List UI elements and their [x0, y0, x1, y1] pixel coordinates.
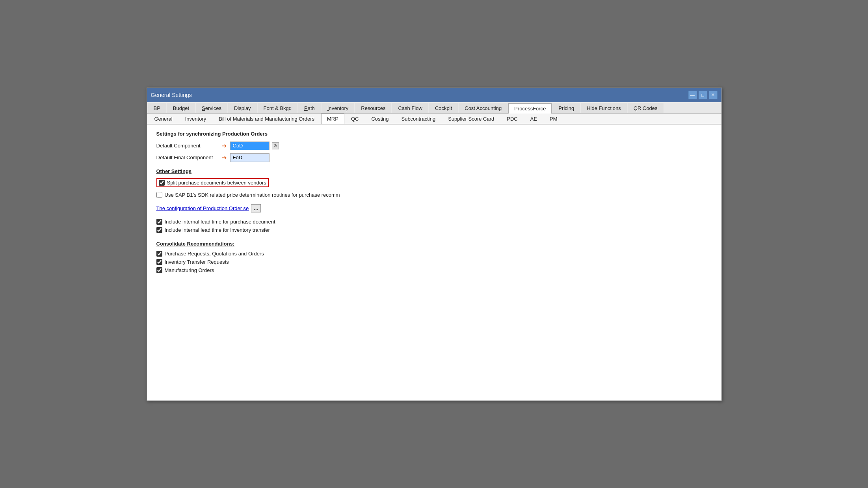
- clear-button-1[interactable]: ⊗: [272, 142, 279, 149]
- subtab-supplier-score-card[interactable]: Supplier Score Card: [442, 114, 500, 124]
- split-purchase-label: Split purchase documents between vendors: [167, 180, 266, 186]
- maximize-button[interactable]: □: [699, 91, 707, 99]
- default-final-component-row: Default Final Component ➔: [156, 153, 712, 162]
- subtab-qc[interactable]: QC: [345, 114, 365, 124]
- purchase-requests-checkbox[interactable]: [156, 251, 162, 257]
- minimize-button[interactable]: —: [688, 91, 697, 99]
- subtab-general[interactable]: General: [149, 114, 178, 124]
- lead-time-purchase-row: Include internal lead time for purchase …: [156, 219, 712, 225]
- config-link-row: The configuration of Production Order se…: [156, 204, 712, 212]
- manufacturing-orders-checkbox[interactable]: [156, 267, 162, 273]
- lead-time-purchase-checkbox[interactable]: [156, 219, 162, 225]
- subtab-bom[interactable]: Bill of Materials and Manufacturing Orde…: [213, 114, 320, 124]
- subtab-pdc[interactable]: PDC: [501, 114, 523, 124]
- lead-time-inventory-checkbox[interactable]: [156, 227, 162, 233]
- title-bar: General Settings — □ ✕: [147, 88, 721, 102]
- manufacturing-orders-row: Manufacturing Orders: [156, 267, 712, 273]
- inventory-transfer-label: Inventory Transfer Requests: [165, 259, 229, 265]
- use-sap-sdk-row: Use SAP B1's SDK related price determina…: [156, 192, 712, 198]
- close-button[interactable]: ✕: [709, 91, 717, 99]
- consolidate-label: Consolidate Recommendations:: [156, 241, 712, 247]
- config-link[interactable]: The configuration of Production Order se: [156, 205, 249, 211]
- tab-cockpit[interactable]: Cockpit: [429, 103, 458, 113]
- tab-display[interactable]: Display: [228, 103, 257, 113]
- use-sap-sdk-checkbox[interactable]: [156, 192, 162, 198]
- purchase-requests-label: Purchase Requests, Quotations and Orders: [165, 251, 264, 257]
- manufacturing-orders-label: Manufacturing Orders: [165, 267, 214, 273]
- tab-resources[interactable]: Resources: [355, 103, 391, 113]
- arrow-icon-1: ➔: [222, 142, 227, 149]
- tab-services[interactable]: Services: [196, 103, 227, 113]
- top-tab-bar: BP Budget Services Display Font & Bkgd P…: [147, 102, 721, 114]
- lead-time-inventory-row: Include internal lead time for inventory…: [156, 227, 712, 233]
- default-final-component-input[interactable]: [230, 153, 270, 162]
- sync-header: Settings for synchronizing Production Or…: [156, 131, 712, 137]
- split-purchase-checkbox[interactable]: [159, 180, 165, 186]
- tab-cash-flow[interactable]: Cash Flow: [392, 103, 428, 113]
- purchase-requests-row: Purchase Requests, Quotations and Orders: [156, 251, 712, 257]
- arrow-icon-2: ➔: [222, 154, 227, 161]
- tab-qr-codes[interactable]: QR Codes: [628, 103, 664, 113]
- inventory-transfer-checkbox[interactable]: [156, 259, 162, 265]
- inventory-transfer-row: Inventory Transfer Requests: [156, 259, 712, 265]
- main-content: Settings for synchronizing Production Or…: [147, 125, 721, 400]
- main-window: General Settings — □ ✕ BP Budget Service…: [147, 88, 722, 401]
- use-sap-sdk-label: Use SAP B1's SDK related price determina…: [165, 192, 340, 198]
- default-final-component-label: Default Final Component: [156, 155, 219, 160]
- default-component-input[interactable]: [230, 142, 270, 150]
- tab-bp[interactable]: BP: [148, 103, 166, 113]
- subtab-ae[interactable]: AE: [524, 114, 543, 124]
- subtab-inventory[interactable]: Inventory: [179, 114, 212, 124]
- window-controls: — □ ✕: [688, 91, 717, 99]
- tab-pricing[interactable]: Pricing: [552, 103, 580, 113]
- tab-cost-accounting[interactable]: Cost Accounting: [459, 103, 507, 113]
- tab-path[interactable]: Path: [298, 103, 321, 113]
- other-settings-label: Other Settings: [156, 168, 712, 174]
- tab-processforce[interactable]: ProcessForce: [508, 103, 552, 114]
- window-title: General Settings: [151, 92, 192, 98]
- lead-time-purchase-label: Include internal lead time for purchase …: [165, 219, 275, 225]
- subtab-pm[interactable]: PM: [544, 114, 563, 124]
- sub-tab-bar: General Inventory Bill of Materials and …: [147, 114, 721, 125]
- tab-font-bkgd[interactable]: Font & Bkgd: [258, 103, 298, 113]
- tab-budget[interactable]: Budget: [167, 103, 195, 113]
- lead-time-inventory-label: Include internal lead time for inventory…: [165, 227, 270, 233]
- default-component-label: Default Component: [156, 143, 219, 149]
- subtab-costing[interactable]: Costing: [365, 114, 394, 124]
- subtab-subcontracting[interactable]: Subcontracting: [395, 114, 441, 124]
- tab-inventory[interactable]: Inventory: [322, 103, 355, 113]
- split-purchase-row: Split purchase documents between vendors: [156, 178, 269, 187]
- subtab-mrp[interactable]: MRP: [321, 114, 344, 124]
- default-component-row: Default Component ➔ ⊗: [156, 142, 712, 150]
- config-dots-button[interactable]: ...: [251, 204, 261, 212]
- tab-hide-functions[interactable]: Hide Functions: [581, 103, 627, 113]
